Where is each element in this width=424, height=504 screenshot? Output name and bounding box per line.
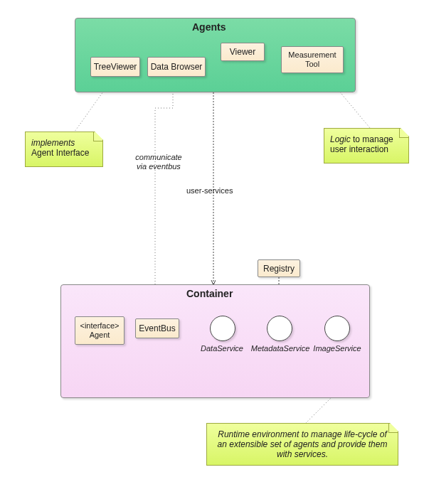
- diagram-canvas: Agents TreeViewer Data Browser Viewer Me…: [0, 0, 424, 504]
- note-impl-2: Agent Interface: [31, 148, 89, 158]
- note-impl-1: implements: [31, 138, 75, 148]
- viewer-box: Viewer: [221, 43, 265, 61]
- treeviewer-label: TreeViewer: [94, 62, 137, 72]
- measurement-box: Measurement Tool: [281, 46, 344, 73]
- dataservice-node: [210, 316, 235, 341]
- eventbus-label: EventBus: [139, 323, 175, 333]
- registry-box: Registry: [258, 259, 300, 277]
- eventbus-note: communicate via eventbus: [130, 153, 187, 171]
- note-logic-2: to manage: [351, 134, 393, 144]
- dataservice-label: DataService: [198, 344, 246, 353]
- viewer-label: Viewer: [230, 47, 255, 57]
- measurement-label: Measurement Tool: [288, 50, 336, 68]
- note-logic: Logic to manage user interaction: [324, 128, 409, 163]
- metadataservice-node: [267, 316, 292, 341]
- userservices-label: user-services: [186, 186, 233, 195]
- registry-label: Registry: [263, 264, 295, 274]
- note-logic-1: Logic: [330, 134, 351, 144]
- agent-if-1: <interface>: [80, 321, 119, 331]
- agent-if-2: Agent: [90, 331, 110, 340]
- databrowser-label: Data Browser: [151, 62, 203, 72]
- imageservice-node: [324, 316, 350, 341]
- treeviewer-box: TreeViewer: [90, 57, 140, 77]
- imageservice-label: ImageService: [312, 344, 363, 353]
- eventbus-note-2: via eventbus: [137, 162, 181, 171]
- eventbus-box: EventBus: [135, 318, 179, 338]
- agent-interface-box: <interface> Agent: [75, 316, 124, 345]
- metadataservice-label: MetadataService: [249, 344, 312, 353]
- container-title: Container: [186, 288, 233, 299]
- note-runtime-text: Runtime environment to manage life-cycle…: [213, 429, 392, 459]
- note-logic-3: user interaction: [330, 144, 388, 154]
- databrowser-box: Data Browser: [147, 57, 206, 77]
- note-runtime: Runtime environment to manage life-cycle…: [206, 423, 398, 466]
- agents-title: Agents: [192, 21, 226, 33]
- note-implements: implements Agent Interface: [25, 132, 103, 167]
- eventbus-note-1: communicate: [135, 153, 181, 161]
